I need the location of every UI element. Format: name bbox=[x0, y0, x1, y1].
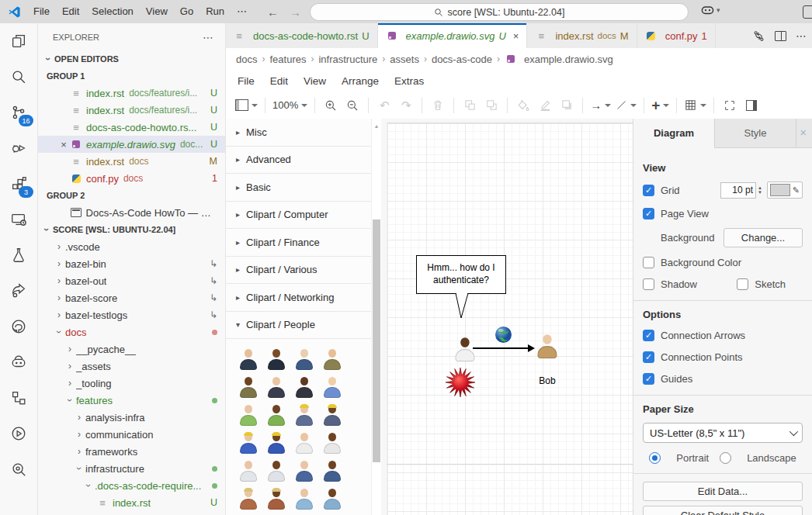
person-shape-item[interactable] bbox=[318, 401, 346, 429]
palette-section-clipart-networking[interactable]: ▸Clipart / Networking bbox=[225, 284, 371, 312]
more-menus-icon[interactable]: ⋯ bbox=[231, 3, 253, 20]
forward-arrow-icon[interactable]: → bbox=[290, 5, 301, 19]
close-icon[interactable]: × bbox=[800, 126, 807, 139]
palette-section-clipart-finance[interactable]: ▸Clipart / Finance bbox=[225, 229, 371, 257]
undo-icon[interactable]: ↶ bbox=[376, 95, 393, 116]
tab-conf-py[interactable]: conf.py 1 bbox=[637, 23, 716, 48]
tree-item[interactable]: ›features bbox=[37, 392, 225, 409]
breadcrumb-item[interactable]: docs bbox=[236, 54, 257, 65]
drawio-menu-edit[interactable]: Edit bbox=[262, 75, 296, 87]
grid-checkbox[interactable] bbox=[643, 185, 654, 196]
file-row[interactable]: ≡index.rstdocsM bbox=[37, 153, 225, 170]
insert-dropdown[interactable]: + bbox=[651, 95, 669, 116]
person-shape-item[interactable] bbox=[318, 429, 346, 457]
palette-section-advanced[interactable]: ▸Advanced bbox=[225, 147, 371, 175]
code-inspect-icon[interactable] bbox=[0, 451, 37, 487]
group-1[interactable]: GROUP 1 bbox=[37, 67, 225, 85]
menu-edit[interactable]: Edit bbox=[56, 3, 85, 20]
shadow-checkbox[interactable] bbox=[643, 278, 654, 290]
person-shape-item[interactable] bbox=[262, 345, 290, 373]
explorer-more-icon[interactable]: ⋯ bbox=[203, 31, 214, 43]
file-row[interactable]: conf.pydocs1 bbox=[37, 170, 225, 187]
tree-item[interactable]: ›analysis-infra bbox=[37, 409, 225, 426]
copilot-chat-icon[interactable] bbox=[0, 344, 37, 380]
edit-data-button[interactable]: Edit Data... bbox=[643, 482, 803, 501]
tree-item[interactable]: ›bazel-bin↳ bbox=[37, 255, 225, 272]
person-shape-item[interactable] bbox=[290, 429, 318, 457]
format-panel-toggle[interactable] bbox=[743, 95, 760, 116]
person-label[interactable]: Bob bbox=[529, 375, 566, 386]
person-shape-alice[interactable] bbox=[453, 337, 477, 361]
menu-file[interactable]: File bbox=[27, 3, 56, 20]
line-color-icon[interactable] bbox=[536, 95, 553, 116]
back-arrow-icon[interactable]: ← bbox=[267, 5, 279, 19]
person-shape-item[interactable] bbox=[262, 373, 290, 401]
palette-section-misc[interactable]: ▸Misc bbox=[225, 119, 371, 147]
waypoint-style-dropdown[interactable]: → bbox=[590, 95, 611, 116]
tree-item[interactable]: ›.docs-as-code-require... bbox=[37, 477, 225, 494]
zoom-in-icon[interactable] bbox=[322, 95, 339, 116]
breadcrumb-item[interactable]: docs-as-code bbox=[432, 54, 492, 65]
open-changes-icon[interactable] bbox=[752, 29, 765, 43]
page-view-toggle[interactable] bbox=[235, 95, 258, 116]
run-circle-icon[interactable] bbox=[0, 416, 37, 451]
clear-default-style-button[interactable]: Clear Default Style bbox=[643, 506, 803, 515]
shadow-icon[interactable] bbox=[558, 95, 575, 116]
menu-go[interactable]: Go bbox=[174, 3, 200, 20]
person-shape-item[interactable] bbox=[234, 345, 262, 373]
person-shape-item[interactable] bbox=[234, 373, 262, 401]
tree-item[interactable]: ›communication bbox=[37, 426, 225, 443]
person-shape-item[interactable] bbox=[318, 373, 346, 401]
person-shape-item[interactable] bbox=[318, 485, 346, 513]
fill-color-icon[interactable] bbox=[515, 95, 532, 116]
palette-scrollbar-thumb[interactable] bbox=[373, 219, 380, 462]
breadcrumb-item[interactable]: assets bbox=[390, 54, 419, 65]
palette-section-clipart-computer[interactable]: ▸Clipart / Computer bbox=[225, 202, 371, 230]
palette-section-clipart-people[interactable]: ▾Clipart / People bbox=[225, 312, 371, 340]
breadcrumb-item[interactable]: features bbox=[269, 54, 306, 65]
file-row[interactable]: ≡docs-as-code-howto.rs...U bbox=[37, 119, 225, 136]
file-row[interactable]: ≡index.rstdocs/features/i...U bbox=[37, 102, 225, 119]
person-shape-item[interactable] bbox=[318, 457, 346, 485]
run-debug-icon[interactable] bbox=[0, 130, 37, 166]
workspace-header[interactable]: ›SCORE [WSL: UBUNTU-22.04] bbox=[37, 221, 225, 238]
tab-index-rst[interactable]: ≡ index.rst docs M bbox=[527, 23, 637, 48]
globe-shape[interactable] bbox=[494, 326, 512, 344]
file-row[interactable]: ×example.drawio.svgdoc...U bbox=[37, 136, 225, 153]
landscape-radio[interactable] bbox=[720, 452, 731, 464]
paper-size-select[interactable]: US-Letter (8,5" x 11") bbox=[643, 423, 803, 443]
grid-color-button[interactable]: ✎ bbox=[767, 181, 803, 199]
menu-run[interactable]: Run bbox=[200, 3, 231, 20]
tree-item[interactable]: ›infrastructure bbox=[37, 460, 225, 477]
connection-style-dropdown[interactable] bbox=[616, 95, 637, 116]
to-front-icon[interactable] bbox=[461, 95, 478, 116]
person-shape-item[interactable] bbox=[290, 457, 318, 485]
fullscreen-icon[interactable] bbox=[721, 95, 738, 116]
menu-selection[interactable]: Selection bbox=[85, 3, 139, 20]
connection-arrows-checkbox[interactable] bbox=[643, 330, 654, 341]
speech-bubble-shape[interactable]: Hmm... how do I authenticate? bbox=[416, 255, 506, 294]
tree-item[interactable]: ›frameworks bbox=[37, 443, 225, 460]
table-dropdown[interactable] bbox=[684, 95, 706, 116]
grid-size-input[interactable]: 10 pt bbox=[720, 182, 756, 199]
connector-arrow[interactable] bbox=[473, 347, 529, 349]
drawio-menu-file[interactable]: File bbox=[230, 75, 262, 87]
palette-section-clipart-various[interactable]: ▸Clipart / Various bbox=[225, 257, 371, 285]
menu-view[interactable]: View bbox=[140, 3, 174, 20]
portrait-radio[interactable] bbox=[649, 452, 661, 464]
breadcrumb-item[interactable]: example.drawio.svg bbox=[505, 54, 613, 65]
file-row[interactable]: ≡index.rstdocs/features/i...U bbox=[37, 85, 225, 102]
drawio-menu-extras[interactable]: Extras bbox=[387, 75, 432, 87]
extensions-icon[interactable]: 3 bbox=[0, 166, 37, 202]
zoom-level-dropdown[interactable]: 100% bbox=[272, 95, 307, 116]
person-shape-item[interactable] bbox=[318, 345, 346, 373]
tab-docs-as-code-howto[interactable]: ≡ docs-as-code-howto.rst U bbox=[225, 23, 378, 48]
open-editors-header[interactable]: ›OPEN EDITORS bbox=[37, 50, 225, 67]
guides-checkbox[interactable] bbox=[643, 373, 654, 385]
delete-icon[interactable] bbox=[429, 95, 446, 116]
person-shape-item[interactable] bbox=[290, 401, 318, 429]
person-shape-item[interactable] bbox=[262, 457, 290, 485]
zoom-out-icon[interactable] bbox=[344, 95, 361, 116]
command-search-input[interactable]: score [WSL: Ubuntu-22.04] bbox=[310, 3, 689, 21]
explorer-icon[interactable] bbox=[0, 23, 37, 59]
